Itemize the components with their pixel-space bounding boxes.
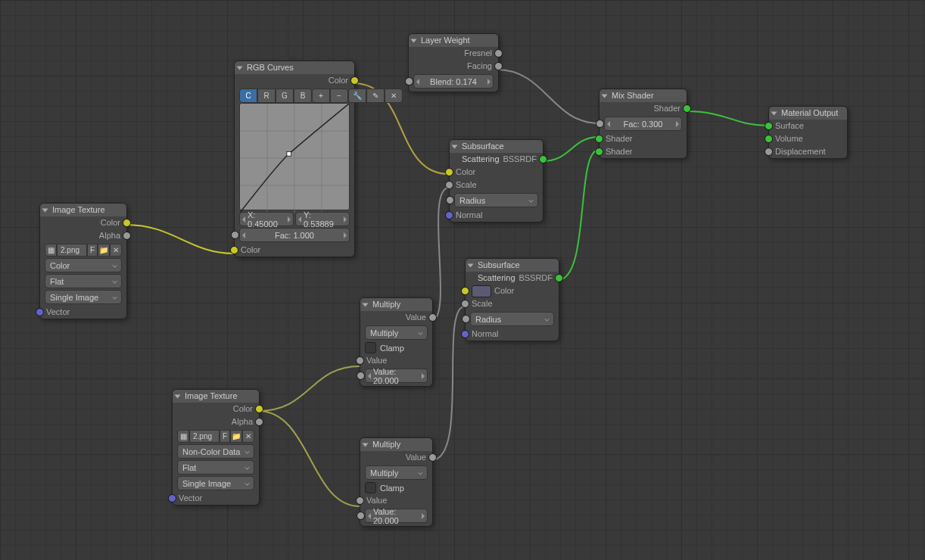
socket-facing-out[interactable] [494, 62, 503, 70]
socket-color-out[interactable] [350, 76, 359, 85]
curve-y-field[interactable]: Y: 0.53889 [295, 212, 350, 226]
value-field[interactable]: Value: 20.000 [365, 369, 428, 383]
socket-normal-in[interactable] [445, 211, 453, 219]
clip-icon[interactable]: ✎ [366, 89, 385, 103]
input-vector: Vector [173, 492, 259, 505]
socket-bssrdf-out[interactable] [539, 155, 547, 163]
socket-fac-in[interactable] [596, 120, 604, 128]
node-title[interactable]: Image Texture [40, 204, 126, 216]
value-field[interactable]: Value: 20.000 [365, 509, 428, 523]
clamp-checkbox[interactable] [365, 342, 376, 353]
node-title[interactable]: Image Texture [173, 390, 259, 403]
projection-dropdown[interactable]: Flat [177, 460, 254, 474]
image-browse-icon[interactable]: ▦ [45, 244, 57, 257]
image-name[interactable]: 2.png [189, 430, 220, 443]
socket-value-out[interactable] [428, 453, 437, 462]
tools-icon[interactable]: 🔧 [348, 89, 366, 103]
node-title[interactable]: Mix Shader [600, 89, 687, 102]
socket-radius-in[interactable] [462, 315, 470, 323]
socket-shader-out[interactable] [683, 104, 691, 113]
colorspace-dropdown[interactable]: Non-Color Data [177, 444, 254, 459]
node-title[interactable]: Multiply [360, 438, 432, 451]
operation-dropdown[interactable]: Multiply [365, 465, 428, 480]
socket-vector-in[interactable] [168, 494, 176, 502]
socket-volume-in[interactable] [765, 135, 773, 143]
node-title[interactable]: Material Output [769, 107, 847, 120]
unlink-image-icon[interactable]: ✕ [110, 244, 122, 257]
fac-field[interactable]: Fac: 0.300 [604, 117, 682, 131]
node-multiply-1[interactable]: Multiply Value Multiply Clamp Value Valu… [360, 297, 433, 387]
output-fresnel: Fresnel [409, 47, 498, 60]
node-rgb-curves[interactable]: RGB Curves Color C R G B + − 🔧 ✎ ✕ X: 0.… [234, 61, 355, 257]
node-layer-weight[interactable]: Layer Weight Fresnel Facing Blend: 0.174 [408, 33, 499, 92]
node-mix-shader[interactable]: Mix Shader Shader Fac: 0.300 Shader Shad… [599, 89, 687, 159]
curve-tab-g[interactable]: G [276, 89, 294, 103]
socket-surface-in[interactable] [765, 122, 773, 130]
color-swatch[interactable] [472, 285, 491, 297]
open-image-icon[interactable]: 📁 [98, 244, 110, 257]
image-browse-icon[interactable]: ▦ [177, 430, 189, 443]
interpolation-dropdown[interactable]: Single Image [177, 476, 254, 490]
socket-value2-in[interactable] [357, 512, 365, 520]
socket-scale-in[interactable] [461, 300, 469, 308]
clamp-checkbox[interactable] [365, 482, 376, 493]
socket-disp-in[interactable] [765, 148, 773, 156]
socket-value-in[interactable] [356, 356, 364, 365]
socket-color-in[interactable] [230, 246, 238, 254]
zoom-out-icon[interactable]: − [330, 89, 348, 103]
node-image-texture-2[interactable]: Image Texture Color Alpha ▦ 2.png F 📁 ✕ … [172, 389, 260, 506]
interpolation-dropdown[interactable]: Single Image [45, 290, 122, 304]
socket-color-in[interactable] [461, 287, 469, 295]
node-title[interactable]: Subsurface Scattering [450, 140, 543, 153]
blend-field[interactable]: Blend: 0.174 [413, 74, 494, 89]
delete-point-icon[interactable]: ✕ [385, 89, 403, 103]
projection-dropdown[interactable]: Flat [45, 274, 122, 288]
curve-editor[interactable] [239, 103, 350, 210]
fac-field[interactable]: Fac: 1.000 [239, 228, 350, 242]
socket-radius-in[interactable] [446, 196, 454, 204]
socket-vector-in[interactable] [36, 308, 44, 316]
curve-tab-c[interactable]: C [239, 89, 257, 103]
socket-shader1-in[interactable] [595, 135, 603, 143]
node-title[interactable]: Subsurface Scattering [466, 259, 559, 272]
socket-alpha-out[interactable] [123, 232, 131, 240]
radius-dropdown[interactable]: Radius [470, 312, 554, 326]
node-title[interactable]: RGB Curves [235, 61, 354, 74]
socket-value-in[interactable] [356, 496, 364, 505]
socket-shader2-in[interactable] [595, 148, 603, 156]
unlink-image-icon[interactable]: ✕ [242, 430, 254, 443]
socket-fresnel-out[interactable] [494, 49, 503, 58]
node-sss-2[interactable]: Subsurface Scattering BSSRDF Color Scale… [465, 258, 559, 341]
socket-color-out[interactable] [123, 219, 131, 227]
node-image-texture-1[interactable]: Image Texture Color Alpha ▦ 2.png F 📁 ✕ … [39, 203, 127, 319]
radius-dropdown[interactable]: Radius [454, 193, 538, 207]
clamp-row[interactable]: Clamp [365, 341, 428, 354]
output-alpha: Alpha [40, 229, 126, 242]
fake-user-btn[interactable]: F [220, 430, 230, 443]
operation-dropdown[interactable]: Multiply [365, 325, 428, 340]
image-name[interactable]: 2.png [57, 244, 87, 257]
fake-user-btn[interactable]: F [87, 244, 98, 257]
zoom-in-icon[interactable]: + [312, 89, 330, 103]
socket-scale-in[interactable] [445, 181, 453, 189]
curve-tab-r[interactable]: R [257, 89, 276, 103]
socket-fac-in[interactable] [231, 231, 239, 239]
socket-alpha-out[interactable] [255, 418, 263, 426]
socket-bssrdf-out[interactable] [555, 274, 563, 282]
socket-color-in[interactable] [445, 168, 453, 176]
node-multiply-2[interactable]: Multiply Value Multiply Clamp Value Valu… [360, 437, 433, 527]
socket-normal-in[interactable] [461, 330, 469, 338]
node-title[interactable]: Multiply [360, 298, 432, 311]
open-image-icon[interactable]: 📁 [230, 430, 242, 443]
socket-color-out[interactable] [255, 405, 263, 413]
node-title[interactable]: Layer Weight [409, 34, 498, 47]
colorspace-dropdown[interactable]: Color [45, 258, 122, 272]
curve-x-field[interactable]: X: 0.45000 [239, 212, 294, 226]
clamp-row[interactable]: Clamp [365, 481, 428, 494]
socket-value2-in[interactable] [357, 372, 365, 380]
node-material-output[interactable]: Material Output Surface Volume Displacem… [768, 106, 848, 159]
curve-tab-b[interactable]: B [294, 89, 312, 103]
socket-value-out[interactable] [428, 313, 437, 322]
node-sss-1[interactable]: Subsurface Scattering BSSRDF Color Scale… [449, 139, 543, 222]
socket-blend-in[interactable] [405, 77, 413, 86]
